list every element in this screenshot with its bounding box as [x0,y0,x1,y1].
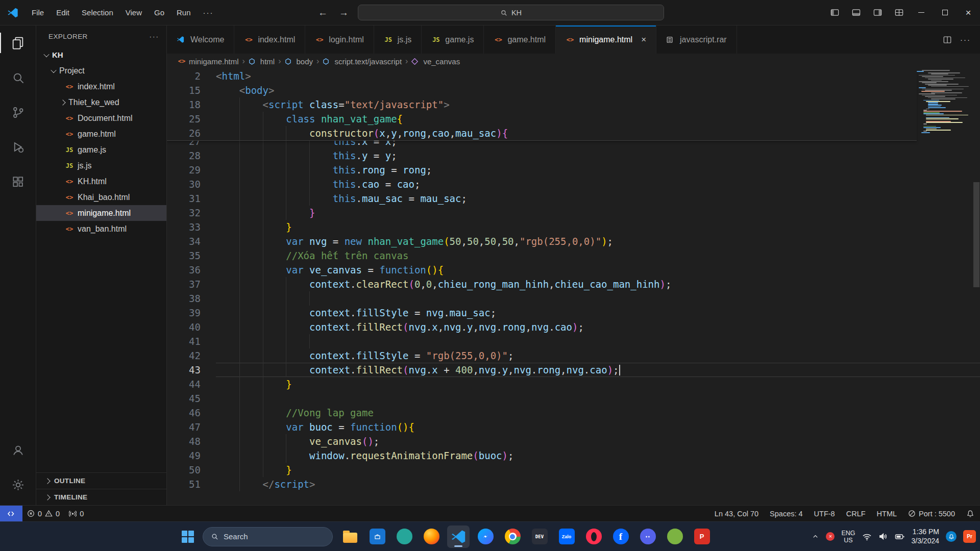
vertical-scrollbar[interactable] [973,69,980,505]
tab-js.js[interactable]: JSjs.js [374,26,422,54]
remote-indicator-button[interactable] [0,506,22,521]
code-line-46[interactable]: 46//Vong lap game [167,406,980,420]
tree-item-thiet_ke_wed[interactable]: Thiet_ke_wed [36,94,166,110]
code-line-45[interactable]: 45 [167,391,980,406]
taskbar-app-app-teal[interactable] [393,525,415,548]
close-tab-icon[interactable]: × [641,35,646,45]
code-line-29[interactable]: 29this.rong = rong; [167,163,980,177]
status-crlf[interactable]: CRLF [841,506,871,521]
accounts-icon[interactable] [0,433,36,467]
tree-root-folder[interactable]: KH [36,47,166,63]
code-line-26[interactable]: 26constructor(x,y,rong,cao,mau_sac){ [167,126,917,140]
settings-gear-icon[interactable] [0,467,36,502]
tab-game.js[interactable]: JSgame.js [422,26,484,54]
back-button[interactable]: ← [316,6,330,19]
status-port[interactable]: Port : 5500 [902,506,961,521]
breadcrumb-item-3[interactable]: script.text/javascript [323,57,402,66]
code-line-25[interactable]: 25class nhan_vat_game{ [167,112,917,126]
code-line-2[interactable]: 2<html> [167,69,917,83]
code-line-41[interactable]: 41 [167,334,980,348]
code-line-49[interactable]: 49window.requestAnimationFrame(buoc); [167,448,980,463]
taskbar-app-microsoft-store[interactable] [366,525,388,548]
tree-item-game.html[interactable]: <>game.html [36,126,166,142]
tray-chevron-up-icon[interactable] [812,533,819,540]
taskbar-app-messenger[interactable] [474,525,497,548]
battery-icon[interactable] [895,532,905,542]
code-line-42[interactable]: 42context.fillStyle = "rgb(255,0,0)"; [167,348,980,363]
tab-game.html[interactable]: <>game.html [484,26,556,54]
taskbar-app-firefox[interactable] [420,525,443,548]
code-line-15[interactable]: 15<body> [167,83,917,97]
menu-item-selection[interactable]: Selection [76,6,119,19]
code-line-50[interactable]: 50} [167,463,980,477]
menu-item-run[interactable]: Run [170,6,197,19]
taskbar-app-file-explorer[interactable] [339,525,361,548]
code-editor[interactable]: 2<html>15<body>18<script class="text/jav… [167,69,980,505]
code-line-30[interactable]: 30this.cao = cao; [167,177,980,191]
taskbar-app-app-green[interactable] [664,525,686,548]
explorer-icon[interactable] [0,26,36,60]
menu-item-go[interactable]: Go [148,6,170,19]
taskbar-app-discord[interactable] [636,525,659,548]
code-line-39[interactable]: 39context.fillStyle = nvg.mau_sac; [167,306,980,320]
menu-overflow-button[interactable]: ··· [197,6,220,19]
toggle-sidebar-icon[interactable] [824,0,845,25]
code-line-43[interactable]: 43context.fillRect(nvg.x + 400,nvg.y,nvg… [167,363,980,377]
tree-item-minigame.html[interactable]: <>minigame.html [36,205,166,221]
code-line-18[interactable]: 18<script class="text/javascript"> [167,97,917,112]
taskbar-search-box[interactable]: Search [203,527,333,546]
code-line-31[interactable]: 31this.mau_sac = mau_sac; [167,191,980,206]
taskbar-app-facebook[interactable]: f [609,525,632,548]
statusbar-bell-icon[interactable] [961,506,980,521]
outline-section-header[interactable]: OUTLINE [36,472,166,489]
taskbar-app-chrome[interactable] [501,525,524,548]
tray-app-red-icon[interactable]: × [826,532,835,541]
toggle-panel-icon[interactable] [845,0,867,25]
taskbar-app-zalo[interactable]: Zalo [555,525,578,548]
start-button[interactable] [176,525,200,548]
forward-button[interactable]: → [337,6,351,19]
tree-item-game.js[interactable]: JSgame.js [36,142,166,158]
timeline-section-header[interactable]: TIMELINE [36,489,166,505]
menu-item-file[interactable]: File [26,6,50,19]
toggle-secondary-sidebar-icon[interactable] [867,0,888,25]
status-spaces[interactable]: Spaces: 4 [764,506,808,521]
split-editor-icon[interactable] [943,35,952,44]
code-line-38[interactable]: 38 [167,291,980,306]
tab-index.html[interactable]: <>index.html [234,26,305,54]
scrollbar-thumb[interactable] [973,182,979,287]
code-line-34[interactable]: 34var nvg = new nhan_vat_game(50,50,50,5… [167,234,980,248]
tab-javascript.rar[interactable]: javascript.rar [656,26,737,54]
menu-item-view[interactable]: View [119,6,148,19]
minimap[interactable] [917,70,973,133]
tree-item-document.html[interactable]: <>Document.html [36,110,166,126]
taskbar-app-app-red[interactable]: P [691,525,713,548]
command-center-search[interactable]: KH [358,5,664,20]
tree-item-js.js[interactable]: JSjs.js [36,158,166,173]
code-line-51[interactable]: 51</script> [167,477,980,491]
taskbar-clock[interactable]: 1:36 PM3/3/2024 [912,528,940,545]
status-ln[interactable]: Ln 43, Col 70 [709,506,764,521]
tab-login.html[interactable]: <>login.html [305,26,374,54]
editor-more-actions-button[interactable]: ··· [960,35,971,44]
code-line-35[interactable]: 35//Xóa hết trên canvas [167,248,980,263]
breadcrumb-item-1[interactable]: html [249,57,275,66]
breadcrumb-item-4[interactable]: ve_canvas [411,57,460,66]
run-debug-icon[interactable] [0,130,36,164]
taskbar-app-dev-cpp[interactable]: DEV [528,525,551,548]
maximize-button[interactable] [933,0,957,25]
wifi-icon[interactable] [862,532,872,541]
explorer-more-actions-button[interactable]: ··· [150,33,160,40]
code-line-32[interactable]: 32} [167,206,980,220]
taskbar-app-vscode[interactable] [447,525,470,548]
taskbar-app-opera[interactable] [582,525,605,548]
tab-minigame.html[interactable]: <>minigame.html× [556,26,656,54]
status-utf8[interactable]: UTF-8 [808,506,841,521]
customize-layout-icon[interactable] [888,0,910,25]
tree-item-index.html[interactable]: <>index.html [36,79,166,94]
tree-item-khai_bao.html[interactable]: <>Khai_bao.html [36,189,166,205]
menu-item-edit[interactable]: Edit [50,6,76,19]
tray-screenshot-app-icon[interactable]: Pr [963,530,976,543]
tree-item-kh.html[interactable]: <>KH.html [36,173,166,189]
tree-item-van_ban.html[interactable]: <>van_ban.html [36,221,166,237]
